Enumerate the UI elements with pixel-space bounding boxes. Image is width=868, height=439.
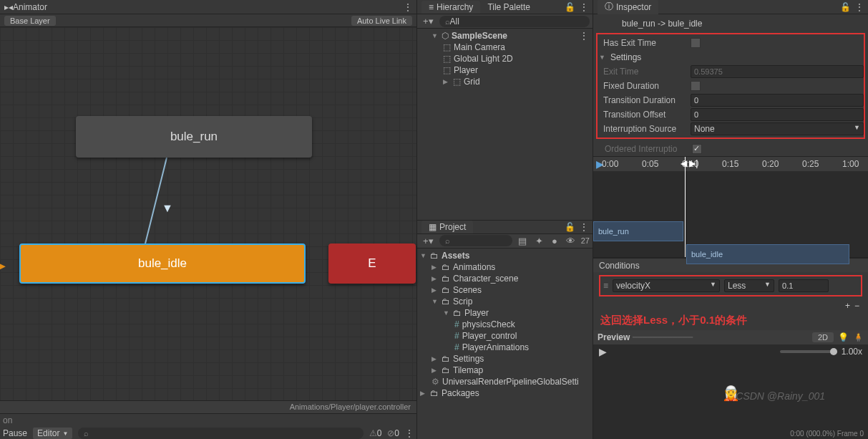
- folder-icon: 🗀: [442, 354, 450, 364]
- avatar-icon[interactable]: 🧍: [853, 332, 864, 342]
- add-button[interactable]: +▾: [420, 236, 437, 246]
- remove-condition-button[interactable]: −: [854, 301, 859, 311]
- folder-icon: 🗀: [442, 262, 450, 272]
- hierarchy-tree[interactable]: ▼⬡SampleScene⋮ ⬚Main Camera ⬚Global Ligh…: [417, 29, 593, 220]
- asset-icon: ⚙: [431, 377, 439, 387]
- play-button[interactable]: ▶: [599, 346, 607, 357]
- lock-icon[interactable]: 🔓: [565, 222, 575, 232]
- unity-icon: ⬡: [442, 31, 449, 41]
- out-marker-icon[interactable]: ◀ ▶|: [681, 158, 698, 168]
- dock-icon[interactable]: ⋮: [404, 2, 412, 12]
- condition-op-dropdown[interactable]: Less▼: [724, 279, 774, 292]
- transition-offset-label: Transition Offset: [598, 110, 685, 120]
- state-node-exit[interactable]: E: [328, 243, 416, 284]
- transition-title: bule_run -> bule_idle: [593, 14, 868, 33]
- folder-icon: 🗀: [442, 285, 450, 295]
- preview-footer: 0:00 (000.0%) Frame 0: [593, 428, 868, 439]
- has-exit-time-checkbox[interactable]: [691, 38, 701, 48]
- hidden-icon[interactable]: 👁: [563, 236, 578, 246]
- lock-icon[interactable]: 🔓: [565, 2, 575, 12]
- condition-value-field[interactable]: [779, 279, 829, 292]
- ordered-interrupt-label: Ordered Interruptio: [599, 144, 686, 154]
- animator-graph[interactable]: ▶ ▼ bule_run bule_idle E: [0, 27, 416, 400]
- entry-arrow-icon: ▶: [0, 258, 6, 274]
- add-button[interactable]: +▾: [420, 16, 437, 26]
- animator-path: Animations/Player/player.controller: [0, 400, 416, 413]
- menu-icon[interactable]: ⋮: [580, 2, 588, 12]
- transition-offset-field[interactable]: [691, 108, 864, 121]
- project-tree[interactable]: ▼🗀Assets ▶🗀Animations ▶🗀Character_scene …: [417, 249, 593, 440]
- clip-idle[interactable]: bule_idle: [686, 244, 849, 264]
- folder-icon: 🗀: [442, 365, 450, 375]
- animator-tab[interactable]: Animator: [13, 2, 47, 12]
- preview-stage[interactable]: 🧝 CSDN @Rainy_001: [593, 359, 868, 428]
- state-node-idle[interactable]: bule_idle: [19, 243, 306, 284]
- scene-menu-icon[interactable]: ⋮: [580, 31, 593, 41]
- folder-icon: 🗀: [430, 388, 439, 398]
- hierarchy-search[interactable]: ⌕ All: [439, 16, 590, 27]
- folder-icon: 🗀: [442, 274, 450, 284]
- settings-icon[interactable]: ⋮: [405, 428, 414, 438]
- clip-run[interactable]: bule_run: [593, 221, 683, 241]
- condition-param-dropdown[interactable]: velocityX▼: [613, 279, 720, 292]
- filter-icon[interactable]: ▤: [515, 236, 530, 246]
- inspector-tab[interactable]: ⓘ Inspector: [598, 0, 658, 14]
- menu-icon[interactable]: ⋮: [580, 222, 588, 232]
- ordered-interrupt-checkbox[interactable]: [692, 144, 702, 154]
- project-search[interactable]: ⌕: [439, 235, 512, 246]
- lock-icon[interactable]: 🔓: [840, 2, 851, 12]
- zoom-label: 1.00x: [842, 347, 862, 357]
- animator-icon: ▸◂: [4, 2, 13, 12]
- transition-timeline[interactable]: ▶ 0:00 0:05 0:10 0:15 0:20 0:25 1:00 ◀ ▶…: [593, 156, 868, 258]
- search-input[interactable]: ⌕: [78, 428, 363, 439]
- transition-line[interactable]: [145, 158, 167, 244]
- state-node-run[interactable]: bule_run: [76, 116, 312, 158]
- fixed-duration-label: Fixed Duration: [598, 81, 685, 91]
- light-icon[interactable]: 💡: [838, 332, 849, 342]
- label-icon[interactable]: ●: [549, 236, 560, 246]
- on-label: on: [3, 415, 12, 425]
- interruption-source-label: Interruption Source: [598, 124, 685, 134]
- script-icon: #: [454, 319, 459, 329]
- transition-duration-label: Transition Duration: [598, 95, 685, 105]
- speed-slider[interactable]: [780, 350, 837, 353]
- exit-time-label: Exit Time: [598, 67, 685, 77]
- cube-icon: ⬚: [443, 54, 451, 64]
- menu-icon[interactable]: ⋮: [855, 2, 864, 12]
- hidden-count: 27: [581, 236, 590, 245]
- playhead[interactable]: [685, 157, 686, 257]
- tile-palette-tab[interactable]: Tile Palette: [480, 1, 537, 14]
- project-tab[interactable]: ▦ Project: [421, 221, 473, 233]
- transition-duration-field[interactable]: [691, 94, 864, 107]
- folder-icon: 🗀: [442, 296, 450, 307]
- drag-handle-icon[interactable]: ≡: [603, 281, 608, 291]
- folder-icon: 🗀: [453, 308, 462, 318]
- cube-icon: ⬚: [443, 65, 451, 75]
- exit-time-field[interactable]: [691, 65, 864, 78]
- auto-live-link-button[interactable]: Auto Live Link: [351, 16, 412, 26]
- script-icon: #: [454, 342, 459, 352]
- annotation-text: 这回选择Less，小于0.1的条件: [593, 312, 868, 330]
- interruption-source-dropdown[interactable]: None▼: [691, 122, 864, 135]
- transition-arrow-icon: ▼: [162, 202, 173, 215]
- favorite-icon[interactable]: ✦: [532, 236, 546, 246]
- hierarchy-tab[interactable]: ≡ Hierarchy: [421, 1, 480, 14]
- folder-icon: 🗀: [430, 251, 439, 261]
- fixed-duration-checkbox[interactable]: [691, 81, 701, 91]
- preview-label: Preview: [598, 332, 630, 342]
- script-icon: #: [454, 331, 459, 341]
- preview-2d-button[interactable]: 2D: [812, 332, 834, 342]
- cube-icon: ⬚: [443, 42, 451, 52]
- cube-icon: ⬚: [453, 77, 461, 87]
- editor-dropdown[interactable]: Editor▼: [33, 428, 72, 439]
- base-layer-breadcrumb[interactable]: Base Layer: [4, 16, 56, 26]
- pause-label: Pause: [3, 428, 27, 438]
- add-condition-button[interactable]: +: [845, 301, 850, 311]
- has-exit-time-label: Has Exit Time: [598, 38, 685, 48]
- settings-foldout[interactable]: Settings: [610, 52, 641, 62]
- watermark: CSDN @Rainy_001: [736, 390, 825, 402]
